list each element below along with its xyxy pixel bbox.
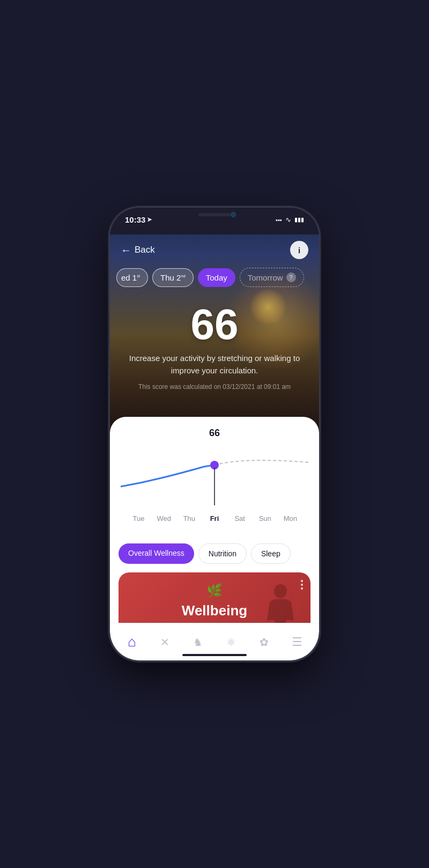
wellbeing-icon: 🌿 <box>206 583 223 598</box>
nutrition-label: Nutrition <box>209 549 236 558</box>
day-thu: Thu <box>176 514 202 523</box>
fitness-icon: ⚛ <box>226 636 236 649</box>
location-icon: ➤ <box>147 216 152 223</box>
day-wed: Wed <box>151 514 176 523</box>
status-time: 10:33 ➤ <box>125 215 152 224</box>
phone-frame: 10:33 ➤ ▪▪▪ ∿ ▮▮▮ ← Back i <box>110 208 319 660</box>
chart-value-label: 66 <box>209 428 220 439</box>
back-arrow-icon: ← <box>121 244 131 256</box>
score-section: 66 Increase your activity by stretching … <box>110 303 319 391</box>
chart-area: 66 Tue Wed Thu Fri Sat <box>110 417 319 535</box>
nav-menu[interactable]: ☰ <box>280 635 314 649</box>
score-value: 66 <box>110 303 319 346</box>
menu-dot-1 <box>301 580 303 582</box>
past-trend-line <box>121 465 214 487</box>
category-tab-sleep[interactable]: Sleep <box>251 543 291 564</box>
signal-icon: ▪▪▪ <box>276 217 282 223</box>
nav-bar: ← Back i <box>110 234 319 266</box>
info-button[interactable]: i <box>290 241 308 259</box>
category-tabs-container: Overall Wellness Nutrition Sleep <box>110 535 319 568</box>
thu-label: Thu 2nd <box>160 273 186 282</box>
date-tab-wed[interactable]: ed 1st <box>116 268 148 287</box>
menu-icon: ☰ <box>292 635 302 649</box>
nav-home[interactable]: ⌂ <box>115 634 149 650</box>
time-display: 10:33 <box>125 215 145 224</box>
today-label: Today <box>206 273 227 282</box>
wellness-icon: ✿ <box>260 636 269 649</box>
trend-chart <box>121 428 308 513</box>
nav-wellness[interactable]: ✿ <box>248 636 281 649</box>
svg-point-0 <box>274 584 287 598</box>
tomorrow-question-icon: ? <box>286 273 296 282</box>
home-indicator <box>182 654 247 656</box>
nav-food[interactable]: ✕ <box>149 636 182 649</box>
future-trend-line <box>214 460 308 465</box>
day-sun: Sun <box>253 514 278 523</box>
date-tab-tomorrow[interactable]: Tomorrow ? <box>240 268 304 287</box>
status-bar: 10:33 ➤ ▪▪▪ ∿ ▮▮▮ <box>110 215 319 224</box>
score-timestamp: This score was calculated on 03/12/2021 … <box>110 383 319 391</box>
wellbeing-title: Wellbeing <box>182 602 247 619</box>
info-icon: i <box>298 246 300 255</box>
day-tue: Tue <box>126 514 151 523</box>
sleep-label: Sleep <box>261 549 280 558</box>
date-tab-today[interactable]: Today <box>198 268 235 287</box>
back-label: Back <box>135 245 155 255</box>
day-fri: Fri <box>202 514 227 523</box>
food-icon: ✕ <box>160 636 169 649</box>
category-tab-overall[interactable]: Overall Wellness <box>119 543 194 564</box>
back-button[interactable]: ← Back <box>121 244 155 256</box>
wifi-icon: ∿ <box>285 216 291 224</box>
tomorrow-label: Tomorrow <box>248 273 283 282</box>
date-tab-thu[interactable]: Thu 2nd <box>152 268 194 287</box>
day-mon: Mon <box>278 514 303 523</box>
nav-activity[interactable]: ♞ <box>181 636 214 649</box>
day-sat: Sat <box>227 514 253 523</box>
score-description: Increase your activity by stretching or … <box>110 352 319 377</box>
home-icon: ⌂ <box>128 634 136 650</box>
wed-label: ed 1st <box>121 273 140 282</box>
date-tabs-container: ed 1st Thu 2nd Today Tomorrow ? <box>110 268 319 287</box>
phone-screen: 10:33 ➤ ▪▪▪ ∿ ▮▮▮ ← Back i <box>110 208 319 660</box>
battery-icon: ▮▮▮ <box>294 216 304 223</box>
status-icons: ▪▪▪ ∿ ▮▮▮ <box>276 216 304 224</box>
category-tab-nutrition[interactable]: Nutrition <box>198 543 247 564</box>
overall-label: Overall Wellness <box>128 549 184 557</box>
activity-icon: ♞ <box>193 636 203 649</box>
nav-fitness[interactable]: ⚛ <box>214 636 248 649</box>
